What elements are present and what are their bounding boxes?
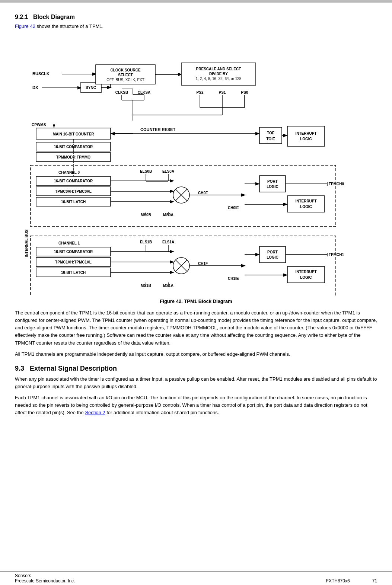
svg-rect-89 xyxy=(259,246,286,263)
fig-intro: Figure 42 shows the structure of a TPM1. xyxy=(15,23,377,29)
svg-text:CLOCK SOURCE: CLOCK SOURCE xyxy=(110,68,140,72)
footer-right: FXTH870x6 71 xyxy=(326,573,377,584)
ps0-label: PS0 xyxy=(241,90,248,95)
counter-reset-label: COUNTER RESET xyxy=(140,127,175,132)
body-para-2: All TPM1 channels are programmable indep… xyxy=(15,351,377,358)
svg-text:TOIE: TOIE xyxy=(266,137,275,141)
svg-text:16-BIT LATCH: 16-BIT LATCH xyxy=(61,200,85,204)
svg-rect-63 xyxy=(287,196,325,212)
svg-text:LOGIC: LOGIC xyxy=(267,185,278,189)
svg-rect-92 xyxy=(287,266,325,283)
ch0f-label: CH0F xyxy=(198,191,208,195)
els1a-label: ELS1A xyxy=(162,240,174,244)
svg-text:PORT: PORT xyxy=(267,250,278,254)
svg-text:16-BIT COMPARATOR: 16-BIT COMPARATOR xyxy=(54,250,93,254)
sync-label: SYNC xyxy=(86,86,96,90)
svg-rect-60 xyxy=(259,176,286,192)
channel1-label: CHANNEL 1 xyxy=(58,241,80,245)
els0b-label: ELS0B xyxy=(140,169,152,173)
main-counter-label: MAIN 16-BIT COUNTER xyxy=(52,132,94,136)
cpwms-label: CPWMS xyxy=(32,123,46,127)
page-content: 9.2.1 Block Diagram Figure 42 shows the … xyxy=(0,6,392,435)
figure-caption: Figure 42. TPM1 Block Diagram xyxy=(15,298,377,304)
svg-text:TPMC0VH:TPMC0VL: TPMC0VH:TPMC0VL xyxy=(55,189,92,194)
svg-text:LOGIC: LOGIC xyxy=(267,255,278,259)
svg-text:DIVIDE BY: DIVIDE BY xyxy=(209,72,227,76)
ps1-label: PS1 xyxy=(219,90,226,95)
svg-text:SELECT: SELECT xyxy=(118,73,133,77)
svg-text:INTERRUPT: INTERRUPT xyxy=(295,199,316,203)
section2-link[interactable]: Section 2 xyxy=(85,410,105,415)
footer-left: Sensors Freescale Semiconductor, Inc. xyxy=(15,573,75,584)
ch1f-label: CH1F xyxy=(198,262,208,266)
svg-rect-37 xyxy=(259,127,282,144)
svg-text:INTERRUPT: INTERRUPT xyxy=(295,131,316,135)
clksa-label: CLKSA xyxy=(137,90,150,95)
body-para-1: The central component of the TPM1 is the… xyxy=(15,309,377,347)
svg-text:16-BIT COMPARATOR: 16-BIT COMPARATOR xyxy=(54,179,93,183)
internal-bus-label: INTERNAL BUS xyxy=(25,230,29,258)
footer: Sensors Freescale Semiconductor, Inc. FX… xyxy=(0,571,392,585)
ch1ie-label: CH1IE xyxy=(228,276,239,281)
clksb-label: CLKSB xyxy=(115,90,128,95)
svg-text:LOGIC: LOGIC xyxy=(300,205,312,209)
section2-title: 9.3 External Signal Description xyxy=(15,365,377,373)
channel0-label: CHANNEL 0 xyxy=(58,170,80,175)
section2-para-2: Each TPM1 channel is associated with an … xyxy=(15,394,377,416)
ps2-label: PS2 xyxy=(196,90,203,95)
footer-page: 71 xyxy=(372,578,377,584)
svg-text:INTERRUPT: INTERRUPT xyxy=(295,270,316,274)
els0a-label: ELS0A xyxy=(162,169,174,173)
svg-text:OFF, BUS, XCLK, EXT: OFF, BUS, XCLK, EXT xyxy=(106,78,144,82)
footer-doc-id: FXTH870x6 xyxy=(326,578,350,584)
svg-text:1, 2, 4, 8, 16, 32, 64, or 128: 1, 2, 4, 8, 16, 32, 64, or 128 xyxy=(195,77,241,81)
figure-link[interactable]: Figure 42 xyxy=(15,23,35,29)
svg-text:LOGIC: LOGIC xyxy=(300,275,312,279)
section-title: 9.2.1 Block Diagram xyxy=(15,14,377,20)
svg-text:PRESCALE AND SELECT: PRESCALE AND SELECT xyxy=(196,67,241,71)
block-diagram: BUSCLK DX SYNC CLOCK SOURCE SELECT OFF, … xyxy=(21,35,371,295)
busclk-label: BUSCLK xyxy=(32,71,50,76)
tpmch1-label: TPMCH1 xyxy=(329,253,344,257)
svg-text:LOGIC: LOGIC xyxy=(300,137,312,141)
svg-rect-40 xyxy=(287,126,325,146)
svg-text:TPMC1VH:TPMC1VL: TPMC1VH:TPMC1VL xyxy=(55,260,92,264)
tpmch0-label: TPMCH0 xyxy=(329,182,344,186)
ch0ie-label: CH0IE xyxy=(228,206,239,210)
top-bar xyxy=(0,0,392,3)
svg-text:PORT: PORT xyxy=(267,179,278,183)
svg-text:TOF: TOF xyxy=(267,131,274,135)
dx-label: DX xyxy=(32,85,38,90)
svg-text:16-BIT LATCH: 16-BIT LATCH xyxy=(61,271,85,275)
section2-para-1: When any pin associated with the timer i… xyxy=(15,375,377,390)
els1b-label: ELS1B xyxy=(140,240,152,244)
svg-point-27 xyxy=(53,124,55,127)
